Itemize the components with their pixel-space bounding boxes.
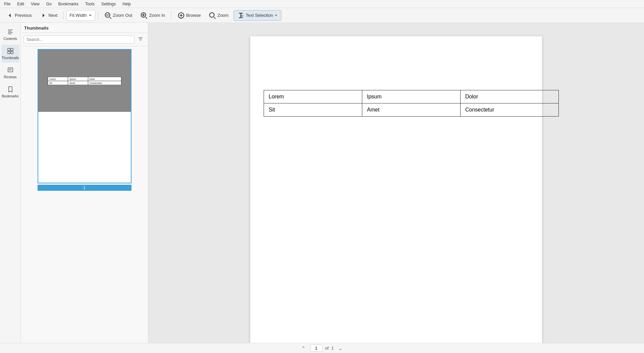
zoom-tool-icon	[209, 12, 216, 19]
browse-button[interactable]: Browse	[174, 10, 204, 21]
page-down-button[interactable]: ⌄	[336, 345, 344, 352]
table-row: Sit Amet Consectetur	[264, 103, 559, 117]
contents-icon	[7, 28, 14, 36]
page-number-input[interactable]	[310, 345, 322, 352]
menu-bar: File Edit View Go Bookmarks Tools Settin…	[0, 0, 644, 8]
svg-line-4	[146, 17, 147, 18]
fit-width-label: Fit Width	[69, 13, 87, 18]
table-cell-dolor: Dolor	[461, 90, 559, 103]
sidebar-item-thumbnails[interactable]: Thumbnails	[1, 45, 19, 62]
text-selection-button[interactable]: AI Text Selection	[233, 10, 281, 21]
svg-point-7	[210, 12, 214, 17]
zoom-out-button[interactable]: Zoom Out	[101, 10, 136, 21]
svg-rect-15	[11, 48, 13, 51]
chevron-right-icon	[40, 12, 47, 19]
thumbnails-filter-button[interactable]	[136, 35, 145, 44]
next-button[interactable]: Next	[37, 10, 61, 21]
table-cell-sit: Sit	[264, 103, 362, 117]
zoom-in-label: Zoom In	[149, 13, 165, 18]
page-up-button[interactable]: ⌃	[300, 345, 308, 352]
status-bar: ⌃ of 1 ⌄	[0, 343, 644, 353]
reviews-label: Reviews	[4, 75, 17, 79]
thumbnails-icon	[7, 47, 14, 55]
table-row: Lorem Ipsum Dolor	[264, 90, 559, 103]
filter-icon	[138, 36, 143, 42]
svg-line-8	[214, 17, 216, 18]
table-cell-consectetur: Consectetur	[461, 103, 559, 117]
zoom-out-icon	[104, 12, 112, 19]
thumbnail-page-number: 1	[38, 185, 131, 191]
svg-text:AI: AI	[240, 14, 243, 17]
menu-go[interactable]: Go	[45, 1, 53, 7]
menu-edit[interactable]: Edit	[16, 1, 25, 7]
zoom-out-label: Zoom Out	[113, 13, 132, 18]
text-selection-label: Text Selection	[246, 13, 273, 18]
zoom-label: Zoom	[217, 13, 228, 18]
browse-icon	[177, 12, 185, 19]
page-document: Lorem Ipsum Dolor Sit Amet Consectetur	[250, 36, 542, 343]
main-layout: Contents Thumbnails Reviews Bookmarks Th…	[0, 23, 644, 343]
previous-label: Previous	[15, 13, 32, 18]
thumbnail-page-1[interactable]: Lorem Ipsum Dolor Sit Amet Consectetur	[23, 49, 145, 191]
separator-3	[171, 11, 171, 19]
dropdown-arrow-icon	[88, 13, 92, 17]
svg-rect-17	[11, 51, 13, 54]
reviews-icon	[7, 67, 14, 74]
menu-help[interactable]: Help	[121, 1, 132, 7]
content-area[interactable]: Lorem Ipsum Dolor Sit Amet Consectetur	[148, 23, 644, 343]
document-table: Lorem Ipsum Dolor Sit Amet Consectetur	[264, 90, 559, 117]
table-cell-amet: Amet	[362, 103, 461, 117]
page-total-label: 1	[331, 346, 334, 351]
next-label: Next	[49, 13, 58, 18]
menu-tools[interactable]: Tools	[84, 1, 96, 7]
table-cell-ipsum: Ipsum	[362, 90, 461, 103]
table-row: Sit Amet Consectetur	[48, 81, 121, 85]
thumbnails-panel: Thumbnails Lorem Ipsum Dolor	[21, 23, 148, 343]
browse-label: Browse	[186, 13, 201, 18]
zoom-button[interactable]: Zoom	[205, 10, 232, 21]
thumbnails-search-input[interactable]	[23, 36, 135, 44]
thumbnails-list[interactable]: Lorem Ipsum Dolor Sit Amet Consectetur	[21, 46, 148, 343]
thumbnail-gray-area: Lorem Ipsum Dolor Sit Amet Consectetur	[38, 50, 131, 112]
thumbnail-frame: Lorem Ipsum Dolor Sit Amet Consectetur	[38, 49, 131, 183]
toolbar: Previous Next Fit Width Zoom Out Zoom In…	[0, 8, 644, 23]
zoom-in-icon	[140, 12, 148, 19]
contents-label: Contents	[3, 37, 17, 41]
table-cell-lorem: Lorem	[264, 90, 362, 103]
fit-width-dropdown[interactable]: Fit Width	[66, 10, 95, 21]
text-selection-icon: AI	[237, 12, 245, 19]
sidebar-item-contents[interactable]: Contents	[1, 26, 19, 43]
previous-button[interactable]: Previous	[3, 10, 35, 21]
sidebar-item-reviews[interactable]: Reviews	[1, 64, 19, 82]
sidebar-icons: Contents Thumbnails Reviews Bookmarks	[0, 23, 21, 343]
menu-bookmarks[interactable]: Bookmarks	[57, 1, 80, 7]
bookmarks-label: Bookmarks	[2, 94, 19, 98]
thumbnails-panel-title: Thumbnails	[21, 23, 148, 33]
separator-2	[98, 11, 98, 19]
table-row: Lorem Ipsum Dolor	[48, 77, 121, 81]
separator-1	[63, 11, 64, 19]
svg-rect-16	[8, 51, 10, 54]
thumbnails-search-row	[21, 33, 148, 46]
svg-line-1	[110, 17, 111, 18]
text-selection-dropdown-icon	[274, 14, 278, 17]
page-of-label: of	[325, 346, 329, 351]
menu-file[interactable]: File	[3, 1, 12, 7]
thumbnail-mini-table: Lorem Ipsum Dolor Sit Amet Consectetur	[48, 77, 121, 85]
menu-settings[interactable]: Settings	[100, 1, 117, 7]
sidebar-item-bookmarks[interactable]: Bookmarks	[1, 83, 19, 101]
bookmarks-icon	[7, 86, 14, 93]
svg-rect-14	[8, 48, 10, 51]
chevron-left-icon	[6, 12, 13, 19]
thumbnails-label: Thumbnails	[2, 56, 19, 60]
menu-view[interactable]: View	[30, 1, 41, 7]
thumbnail-white-area	[38, 112, 131, 183]
zoom-in-button[interactable]: Zoom In	[137, 10, 168, 21]
